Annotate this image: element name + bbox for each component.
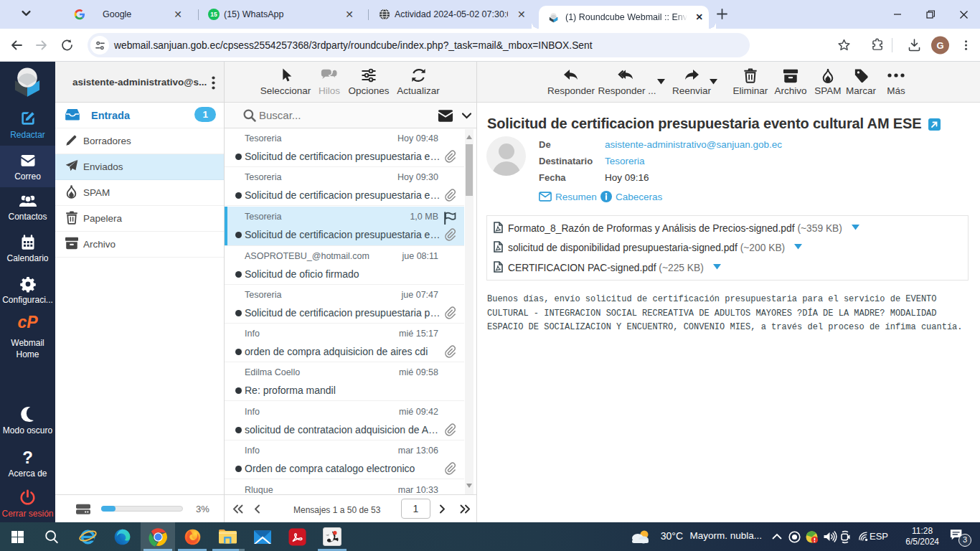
svg-text:15: 15 <box>210 11 217 18</box>
